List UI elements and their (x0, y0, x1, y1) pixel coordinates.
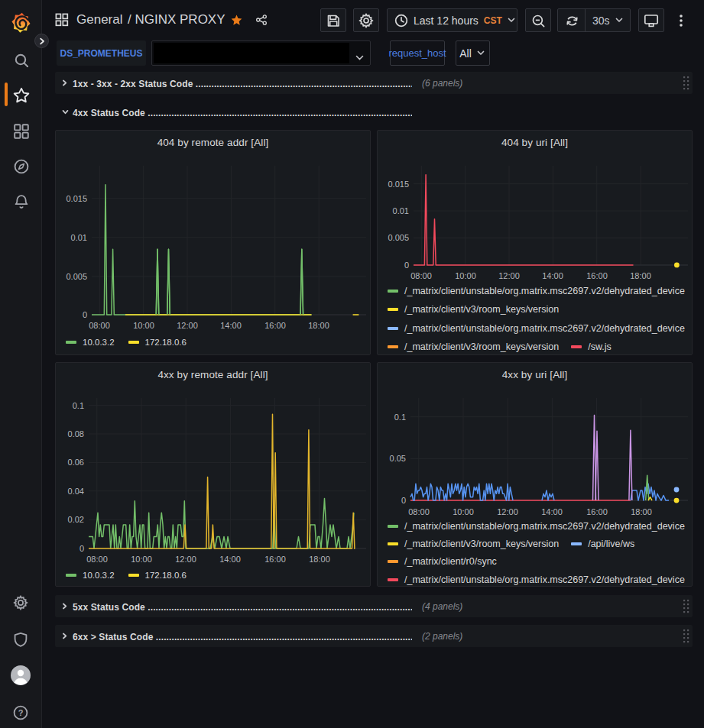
svg-text:?: ? (18, 708, 24, 717)
